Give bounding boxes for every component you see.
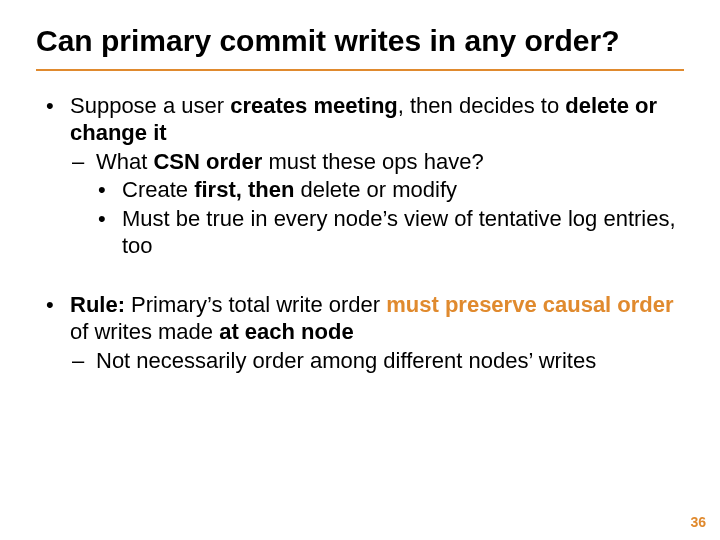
slide-title: Can primary commit writes in any order? — [36, 24, 684, 71]
text: What — [96, 149, 153, 174]
sub-sub-list: Create first, then delete or modify Must… — [96, 177, 684, 259]
text-bold: at each node — [219, 319, 353, 344]
bullet-2-1: Not necessarily order among different no… — [72, 348, 684, 375]
text: , then decides to — [398, 93, 566, 118]
text: Suppose a user — [70, 93, 230, 118]
bullet-2: Rule: Primary’s total write order must p… — [46, 292, 684, 374]
bullet-1: Suppose a user creates meeting, then dec… — [46, 93, 684, 260]
text-bold: first, then — [194, 177, 294, 202]
text: Must be true in every node’s view of ten… — [122, 206, 676, 258]
slide: Can primary commit writes in any order? … — [0, 0, 720, 540]
bullet-1-1-1: Create first, then delete or modify — [98, 177, 684, 204]
text: Create — [122, 177, 194, 202]
text: Not necessarily order among different no… — [96, 348, 596, 373]
text-bold-orange: must preserve causal order — [386, 292, 673, 317]
page-number: 36 — [690, 514, 706, 530]
bullet-1-1: What CSN order must these ops have? Crea… — [72, 149, 684, 260]
text: must these ops have? — [262, 149, 483, 174]
text-bold: creates meeting — [230, 93, 398, 118]
slide-content: Suppose a user creates meeting, then dec… — [36, 93, 684, 374]
text-bold: Rule: — [70, 292, 125, 317]
text: Primary’s total write order — [125, 292, 386, 317]
text: of writes made — [70, 319, 219, 344]
text-bold: CSN order — [153, 149, 262, 174]
sub-list: What CSN order must these ops have? Crea… — [70, 149, 684, 260]
bullet-1-1-2: Must be true in every node’s view of ten… — [98, 206, 684, 260]
sub-list: Not necessarily order among different no… — [70, 348, 684, 375]
bullet-list: Suppose a user creates meeting, then dec… — [36, 93, 684, 374]
text: delete or modify — [294, 177, 457, 202]
